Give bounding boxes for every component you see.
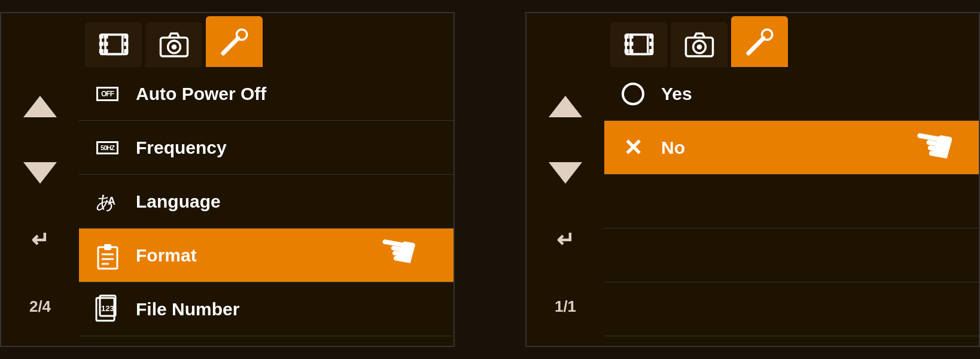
svg-rect-4 (105, 34, 127, 54)
page-num-right: 1/1 (555, 297, 576, 316)
svg-rect-7 (104, 48, 108, 53)
screen-gap (455, 12, 525, 347)
up-button-left[interactable] (19, 90, 61, 123)
tab-bar-right (526, 13, 979, 67)
yes-label: Yes (661, 84, 692, 104)
svg-rect-8 (124, 34, 128, 38)
settings-icon-right (744, 26, 775, 57)
svg-rect-30 (624, 48, 628, 53)
controls-right: ↵ 1/1 (526, 67, 604, 346)
menu-area-left: ↵ 2/4 OFF Auto Power Off 50HZ Frequency (1, 67, 454, 346)
language-icon: あ A (91, 185, 124, 218)
hand-cursor-left: ☚ (373, 221, 422, 279)
svg-rect-31 (631, 34, 652, 54)
menu-area-right: ↵ 1/1 Yes ✕ No ☚ (526, 67, 979, 346)
frequency-label: Frequency (136, 138, 227, 158)
down-button-left[interactable] (19, 157, 61, 190)
svg-rect-2 (99, 41, 103, 45)
tab-camera-right[interactable] (671, 22, 728, 67)
svg-text:A: A (108, 195, 115, 207)
svg-rect-5 (104, 34, 108, 38)
settings-icon-left (219, 26, 250, 57)
tab-gallery-right[interactable] (610, 22, 667, 67)
svg-rect-32 (629, 34, 633, 38)
svg-point-40 (696, 44, 702, 50)
menu-list-left: OFF Auto Power Off 50HZ Frequency あ A (79, 67, 454, 346)
svg-rect-29 (624, 41, 628, 45)
no-label: No (661, 138, 685, 158)
camera-icon-right (684, 29, 715, 60)
format-label: Format (136, 245, 197, 266)
menu-item-frequency[interactable]: 50HZ Frequency (79, 121, 454, 175)
camera-icon-left (159, 29, 190, 60)
enter-icon-left: ↵ (31, 227, 49, 252)
svg-line-16 (224, 38, 238, 52)
language-label: Language (136, 191, 221, 212)
enter-button-right[interactable]: ↵ (544, 223, 586, 256)
controls-left: ↵ 2/4 (1, 67, 79, 346)
menu-item-auto-power-off[interactable]: OFF Auto Power Off (79, 67, 454, 121)
empty-item-1 (604, 175, 979, 229)
svg-rect-10 (124, 48, 128, 53)
tab-camera-left[interactable] (145, 22, 202, 67)
tab-settings-right[interactable] (731, 16, 788, 67)
svg-rect-20 (104, 244, 111, 250)
page-indicator-left: 2/4 (19, 290, 61, 323)
auto-power-off-label: Auto Power Off (136, 84, 266, 104)
no-icon: ✕ (616, 131, 649, 164)
empty-item-2 (604, 229, 979, 282)
svg-rect-36 (649, 41, 653, 45)
page-num-left: 2/4 (29, 297, 51, 316)
hand-cursor-right: ☚ (907, 114, 959, 176)
frequency-icon: 50HZ (91, 131, 124, 164)
tab-settings-left[interactable] (206, 16, 263, 67)
format-icon (91, 239, 124, 272)
auto-power-off-icon: OFF (91, 77, 124, 110)
up-button-right[interactable] (544, 90, 586, 123)
down-button-right[interactable] (544, 157, 586, 190)
enter-button-left[interactable]: ↵ (19, 223, 61, 256)
up-arrow-left (23, 96, 57, 117)
svg-rect-9 (124, 41, 128, 45)
svg-rect-19 (98, 247, 117, 269)
svg-line-43 (749, 38, 763, 52)
page-indicator-right: 1/1 (544, 290, 586, 323)
file-number-label: File Number (136, 299, 239, 320)
menu-item-file-number[interactable]: 123 File Number (79, 282, 454, 336)
svg-rect-28 (624, 34, 628, 38)
left-screen: ↵ 2/4 OFF Auto Power Off 50HZ Frequency (0, 12, 455, 347)
svg-rect-33 (629, 41, 633, 45)
up-arrow-right (549, 96, 582, 117)
menu-list-right: Yes ✕ No ☚ (604, 67, 979, 346)
file-number-icon: 123 (91, 293, 124, 325)
tab-gallery-left[interactable] (85, 22, 142, 67)
menu-item-yes[interactable]: Yes (604, 67, 979, 121)
empty-item-3 (604, 282, 979, 336)
svg-rect-3 (99, 48, 103, 53)
svg-rect-35 (649, 34, 653, 38)
gallery-icon-right (623, 29, 655, 60)
right-screen: ↵ 1/1 Yes ✕ No ☚ (525, 12, 980, 347)
tab-bar-left (1, 13, 454, 67)
menu-item-format[interactable]: Format ☚ (79, 229, 454, 282)
svg-rect-37 (649, 48, 653, 53)
svg-rect-6 (104, 41, 108, 45)
svg-rect-34 (629, 48, 633, 53)
svg-point-13 (171, 44, 176, 50)
menu-item-no[interactable]: ✕ No ☚ (604, 121, 979, 175)
gallery-icon (98, 29, 129, 60)
svg-text:123: 123 (101, 304, 114, 313)
menu-item-language[interactable]: あ A Language (79, 175, 454, 229)
enter-icon-right: ↵ (556, 227, 574, 252)
down-arrow-right (549, 162, 582, 184)
svg-rect-1 (99, 34, 103, 38)
down-arrow-left (23, 162, 57, 184)
yes-icon (616, 77, 649, 110)
